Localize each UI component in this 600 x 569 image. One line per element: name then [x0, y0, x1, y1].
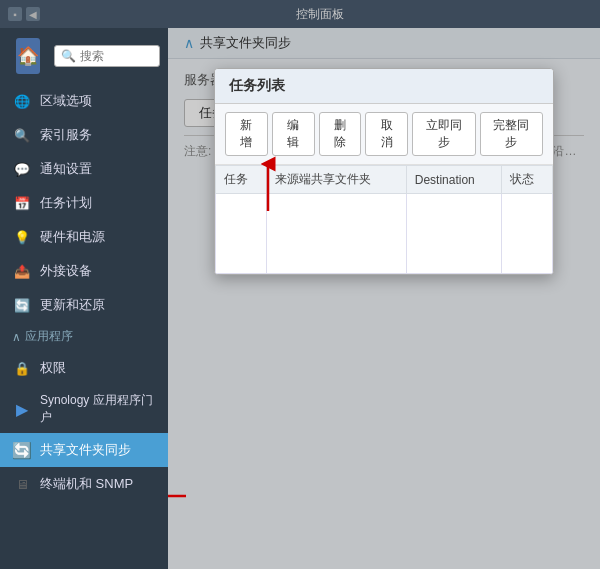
home-button[interactable]: 🏠 — [16, 38, 40, 74]
titlebar-icon-1[interactable]: ▪ — [8, 7, 22, 21]
modal-overlay: 任务列表 新增 编辑 删除 取消 立即同步 完整同步 — [168, 28, 600, 569]
sidebar-item-task[interactable]: 📅 任务计划 — [0, 186, 168, 220]
sidebar-item-label-region: 区域选项 — [40, 92, 92, 110]
index-icon: 🔍 — [12, 125, 32, 145]
modal-toolbar: 新增 编辑 删除 取消 立即同步 完整同步 — [215, 104, 553, 165]
titlebar: ▪ ◀ 控制面板 — [0, 0, 600, 28]
chevron-down-icon: ∧ — [12, 330, 21, 344]
search-icon: 🔍 — [61, 49, 76, 63]
full-sync-button[interactable]: 完整同步 — [480, 112, 544, 156]
empty-cell-1 — [216, 194, 267, 274]
table-header-row: 任务 来源端共享文件夹 Destination 状态 — [216, 166, 553, 194]
col-source: 来源端共享文件夹 — [266, 166, 406, 194]
add-button[interactable]: 新增 — [225, 112, 268, 156]
sidebar-item-terminal[interactable]: 🖥 终端机和 SNMP — [0, 467, 168, 501]
sidebar-item-region[interactable]: 🌐 区域选项 — [0, 84, 168, 118]
content-area: ∧ 共享文件夹同步 服务器状态: 未知 任务列表 注意: 要启用共享文件夹...… — [168, 28, 600, 569]
sidebar-item-update[interactable]: 🔄 更新和还原 — [0, 288, 168, 322]
task-table: 任务 来源端共享文件夹 Destination 状态 — [215, 165, 553, 274]
task-icon: 📅 — [12, 193, 32, 213]
sync-now-button[interactable]: 立即同步 — [412, 112, 476, 156]
delete-button[interactable]: 删除 — [319, 112, 362, 156]
col-task: 任务 — [216, 166, 267, 194]
titlebar-icon-2[interactable]: ◀ — [26, 7, 40, 21]
sidebar-item-hardware[interactable]: 💡 硬件和电源 — [0, 220, 168, 254]
col-destination: Destination — [406, 166, 501, 194]
perm-icon: 🔒 — [12, 358, 32, 378]
task-table-wrapper: 任务 来源端共享文件夹 Destination 状态 — [215, 165, 553, 274]
sidebar-item-label-task: 任务计划 — [40, 194, 92, 212]
update-icon: 🔄 — [12, 295, 32, 315]
sidebar-item-sync[interactable]: 🔄 共享文件夹同步 — [0, 433, 168, 467]
titlebar-title: 控制面板 — [48, 6, 592, 23]
search-input[interactable] — [80, 49, 153, 63]
sync-icon: 🔄 — [12, 440, 32, 460]
sidebar-item-label-perm: 权限 — [40, 359, 66, 377]
empty-cell-3 — [406, 194, 501, 274]
col-status: 状态 — [502, 166, 553, 194]
sidebar-item-label-update: 更新和还原 — [40, 296, 105, 314]
sidebar-item-label-sync: 共享文件夹同步 — [40, 441, 131, 459]
titlebar-icons: ▪ ◀ — [8, 7, 40, 21]
edit-button[interactable]: 编辑 — [272, 112, 315, 156]
sidebar-item-label-external: 外接设备 — [40, 262, 92, 280]
apps-section-label: 应用程序 — [25, 328, 73, 345]
sidebar-item-label-notify: 通知设置 — [40, 160, 92, 178]
apps-section-header: ∧ 应用程序 — [0, 322, 168, 351]
sidebar: 🏠 🔍 🌐 区域选项 🔍 索引服务 💬 通知设置 📅 — [0, 28, 168, 569]
region-icon: 🌐 — [12, 91, 32, 111]
cancel-button[interactable]: 取消 — [365, 112, 408, 156]
empty-cell-4 — [502, 194, 553, 274]
sidebar-item-label-synology: Synology 应用程序门户 — [40, 392, 156, 426]
task-list-modal: 任务列表 新增 编辑 删除 取消 立即同步 完整同步 — [214, 68, 554, 275]
sidebar-item-external[interactable]: 📤 外接设备 — [0, 254, 168, 288]
sidebar-item-index[interactable]: 🔍 索引服务 — [0, 118, 168, 152]
sidebar-item-notify[interactable]: 💬 通知设置 — [0, 152, 168, 186]
main-layout: 🏠 🔍 🌐 区域选项 🔍 索引服务 💬 通知设置 📅 — [0, 28, 600, 569]
sidebar-item-perm[interactable]: 🔒 权限 — [0, 351, 168, 385]
sidebar-item-label-index: 索引服务 — [40, 126, 92, 144]
table-empty-row — [216, 194, 553, 274]
notify-icon: 💬 — [12, 159, 32, 179]
terminal-icon: 🖥 — [12, 474, 32, 494]
sidebar-item-synology[interactable]: ▶ Synology 应用程序门户 — [0, 385, 168, 433]
search-box[interactable]: 🔍 — [54, 45, 160, 67]
modal-header: 任务列表 — [215, 69, 553, 104]
app-container: ▪ ◀ 控制面板 🏠 🔍 🌐 区域选项 🔍 索引服务 — [0, 0, 600, 569]
empty-cell-2 — [266, 194, 406, 274]
sidebar-item-label-hardware: 硬件和电源 — [40, 228, 105, 246]
sidebar-item-label-terminal: 终端机和 SNMP — [40, 475, 133, 493]
external-icon: 📤 — [12, 261, 32, 281]
synology-icon: ▶ — [12, 399, 32, 419]
hardware-icon: 💡 — [12, 227, 32, 247]
